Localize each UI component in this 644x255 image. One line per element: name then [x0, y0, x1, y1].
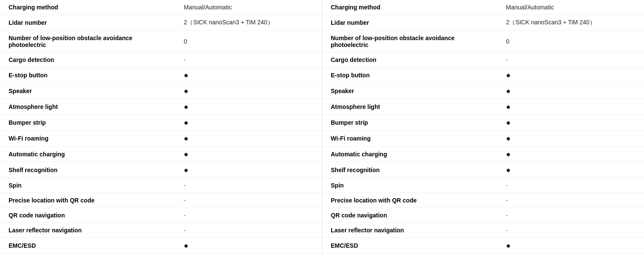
table-row: Automatic charging●: [322, 147, 644, 162]
table-row: Charging methodManual/Automatic: [0, 0, 322, 15]
row-label: Cargo detection: [322, 53, 499, 67]
table-row: Automatic charging●: [0, 147, 322, 162]
table-row: Spin-: [322, 178, 644, 193]
row-value: ●: [177, 67, 322, 83]
row-label: Spin: [0, 178, 177, 193]
row-value: ●: [499, 238, 644, 254]
row-value: -: [177, 178, 322, 193]
row-label: Charging method: [322, 0, 499, 15]
dash-indicator: -: [506, 197, 508, 204]
table-row: Speaker●: [0, 83, 322, 99]
row-value: 2（SICK nanoScan3 + TiM 240）: [499, 15, 644, 31]
row-value: -: [499, 208, 644, 223]
row-label: Speaker: [322, 83, 499, 99]
dot-indicator: ●: [506, 118, 511, 127]
row-label: UN38.3: [322, 254, 499, 255]
dash-indicator: -: [506, 227, 508, 234]
table-row: Shelf recognition●: [322, 162, 644, 178]
dot-indicator: ●: [506, 87, 511, 95]
row-label: EMC/ESD: [0, 238, 177, 254]
row-label: EMC/ESD: [322, 238, 499, 254]
row-label: Laser reflector navigation: [322, 223, 499, 238]
row-label: Cargo detection: [0, 53, 177, 67]
dot-indicator: ●: [184, 87, 189, 95]
panel-right: Charging methodManual/AutomaticLidar num…: [322, 0, 644, 255]
table-row: Number of low-position obstacle avoidanc…: [322, 31, 644, 53]
table-row: Atmosphere light●: [322, 99, 644, 115]
row-value: Manual/Automatic: [177, 0, 322, 15]
dash-indicator: -: [184, 197, 186, 204]
dot-indicator: ●: [184, 166, 189, 174]
row-label: Lidar number: [0, 15, 177, 31]
dot-indicator: ●: [184, 118, 189, 127]
table-row: E-stop button●: [322, 67, 644, 83]
row-value: ●: [499, 115, 644, 131]
table-row: Speaker●: [322, 83, 644, 99]
row-label: Atmosphere light: [322, 99, 499, 115]
table-row: EMC/ESD●: [322, 238, 644, 254]
row-value: ●: [499, 99, 644, 115]
table-row: E-stop button●: [0, 67, 322, 83]
row-value: ●: [499, 131, 644, 147]
table-row: Atmosphere light●: [0, 99, 322, 115]
row-value: -: [499, 254, 644, 255]
row-label: Number of low-position obstacle avoidanc…: [322, 31, 499, 53]
table-row: Cargo detection-: [322, 53, 644, 67]
row-label: Automatic charging: [0, 147, 177, 162]
dot-indicator: ●: [506, 166, 511, 174]
row-value: ●: [499, 67, 644, 83]
table-row: UN38.3-: [322, 254, 644, 255]
table-row: Shelf recognition●: [0, 162, 322, 178]
table-row: Charging methodManual/Automatic: [322, 0, 644, 15]
table-row: UN38.3-: [0, 254, 322, 255]
row-label: Bumper strip: [322, 115, 499, 131]
row-value: ●: [177, 99, 322, 115]
table-row: EMC/ESD●: [0, 238, 322, 254]
row-value: 0: [499, 31, 644, 53]
dash-indicator: -: [506, 212, 508, 219]
dot-indicator: ●: [184, 150, 189, 158]
row-value: -: [499, 193, 644, 208]
table-row: Number of low-position obstacle avoidanc…: [0, 31, 322, 53]
table-row: Laser reflector navigation-: [322, 223, 644, 238]
dash-indicator: -: [506, 182, 508, 189]
dot-indicator: ●: [506, 134, 511, 143]
table-row: Precise location with QR code-: [0, 193, 322, 208]
table-row: Cargo detection-: [0, 53, 322, 67]
table-row: QR code navigation-: [322, 208, 644, 223]
row-value: ●: [177, 162, 322, 178]
row-value: -: [177, 53, 322, 67]
row-label: Spin: [322, 178, 499, 193]
dot-indicator: ●: [506, 241, 511, 250]
dot-indicator: ●: [184, 134, 189, 143]
row-value: ●: [177, 131, 322, 147]
row-label: Automatic charging: [322, 147, 499, 162]
dot-indicator: ●: [506, 103, 511, 111]
table-row: Precise location with QR code-: [322, 193, 644, 208]
table-row: Wi-Fi roaming●: [322, 131, 644, 147]
row-value: ●: [177, 115, 322, 131]
row-label: E-stop button: [322, 67, 499, 83]
row-value: 2（SICK nanoScan3 + TiM 240）: [177, 15, 322, 31]
row-label: Atmosphere light: [0, 99, 177, 115]
dot-indicator: ●: [184, 71, 189, 79]
row-label: UN38.3: [0, 254, 177, 255]
row-value: ●: [177, 147, 322, 162]
row-label: Wi-Fi roaming: [322, 131, 499, 147]
row-label: Lidar number: [322, 15, 499, 31]
row-label: Number of low-position obstacle avoidanc…: [0, 31, 177, 53]
row-label: Bumper strip: [0, 115, 177, 131]
row-value: -: [499, 223, 644, 238]
dash-indicator: -: [184, 212, 186, 219]
row-label: Precise location with QR code: [0, 193, 177, 208]
row-label: Charging method: [0, 0, 177, 15]
dash-indicator: -: [506, 56, 508, 63]
dot-indicator: ●: [184, 241, 189, 250]
panel-left: Charging methodManual/AutomaticLidar num…: [0, 0, 322, 255]
row-value: ●: [499, 147, 644, 162]
dot-indicator: ●: [184, 103, 189, 111]
row-value: ●: [177, 83, 322, 99]
table-right: Charging methodManual/AutomaticLidar num…: [322, 0, 644, 255]
row-label: Precise location with QR code: [322, 193, 499, 208]
table-left: Charging methodManual/AutomaticLidar num…: [0, 0, 322, 255]
